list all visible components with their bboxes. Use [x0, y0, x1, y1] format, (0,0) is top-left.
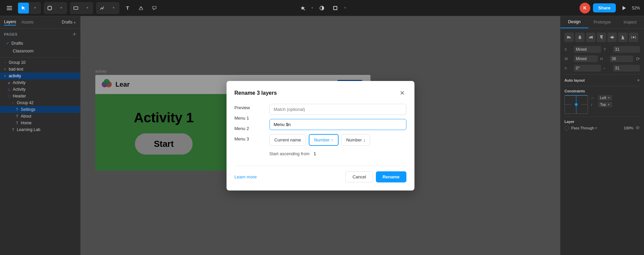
constraint-props: ↔ Left ▼ ↕ Top ▼	[591, 95, 640, 107]
rect-tool-chevron[interactable]: ▼	[82, 3, 93, 13]
align-center-h-button[interactable]	[575, 33, 585, 42]
pages-title: Pages	[4, 32, 17, 36]
layer-group42[interactable]: ⬚ Group 42	[0, 99, 80, 106]
h-value[interactable]: 36	[610, 55, 634, 62]
distribute-h-button[interactable]	[629, 33, 638, 42]
layer-name-learning-lab: Learning Lab	[17, 127, 40, 132]
pen-tool-group: ▼	[96, 2, 119, 14]
play-button[interactable]	[618, 3, 629, 13]
tab-prototype[interactable]: Prototype	[588, 16, 616, 28]
dialog-close-button[interactable]: ✕	[398, 89, 406, 97]
tab-inspect[interactable]: Inspect	[616, 16, 644, 28]
ascending-row: Start ascending from 1	[269, 151, 406, 156]
constraint-h-value[interactable]: Left ▼	[598, 95, 612, 100]
layer-settings[interactable]: T Settings	[0, 106, 80, 113]
constraint-dot	[575, 103, 578, 106]
pen-tool-button[interactable]	[97, 3, 107, 13]
align-center-v-button[interactable]	[607, 33, 617, 42]
rotation-label: ↻	[564, 67, 571, 70]
svg-rect-25	[568, 38, 571, 38]
number-asc-button[interactable]: Number ↑	[309, 134, 339, 146]
tab-layers[interactable]: Layers	[4, 19, 16, 26]
dialog-controls: Current name Number ↑ Number ↓ Star	[269, 104, 406, 163]
text-tool-button[interactable]: T	[122, 3, 133, 13]
auto-layout-header: Auto layout +	[564, 77, 640, 83]
align-row	[564, 33, 640, 42]
ascending-value: 1	[313, 151, 316, 156]
layers-button[interactable]	[330, 3, 341, 13]
align-bottom-button[interactable]	[618, 33, 628, 42]
w-value[interactable]: Mixed	[574, 55, 598, 62]
hand-tool-button[interactable]	[136, 3, 146, 13]
comment-tool-button[interactable]	[149, 3, 160, 13]
select-tool-chevron[interactable]: ▼	[30, 3, 40, 13]
rename-options: Current name Number ↑ Number ↓	[269, 134, 406, 146]
page-item-classroom[interactable]: Classroom	[4, 47, 76, 55]
layer-home[interactable]: T Home	[0, 120, 80, 126]
align-top-button[interactable]	[597, 33, 606, 42]
blend-mode-value[interactable]: Pass Through ▼	[571, 126, 622, 130]
tab-assets[interactable]: Assets	[21, 19, 34, 26]
rename-button[interactable]: Rename	[376, 171, 406, 182]
svg-rect-38	[622, 39, 624, 40]
svg-rect-24	[568, 37, 570, 37]
svg-rect-42	[635, 36, 636, 39]
constraint-v-value[interactable]: Top ▼	[598, 102, 612, 107]
align-left-button[interactable]	[564, 33, 574, 42]
page-item-drafts[interactable]: ✓ Drafts	[4, 39, 76, 47]
frame-tool-button[interactable]	[44, 3, 55, 13]
layer-activity-comp1[interactable]: ◈ Activity	[0, 79, 80, 86]
layer-menu2: Menu 2	[235, 125, 261, 132]
learn-more-button[interactable]: Learn more	[235, 174, 257, 179]
svg-rect-23	[567, 36, 568, 39]
match-input[interactable]	[269, 104, 406, 115]
drafts-button[interactable]: Drafts ▲	[62, 20, 76, 25]
pen-tool-chevron[interactable]: ▼	[108, 3, 119, 13]
add-page-button[interactable]: +	[72, 31, 76, 37]
number-desc-button[interactable]: Number ↓	[341, 134, 370, 146]
layer-bad-text[interactable]: # bad-text	[0, 66, 80, 73]
menu-button[interactable]	[4, 3, 15, 13]
select-tool-button[interactable]	[18, 3, 29, 13]
rename-input[interactable]	[269, 119, 406, 130]
frame-tool-chevron[interactable]: ▼	[56, 3, 66, 13]
layer-activity-comp2[interactable]: ◇ Activity	[0, 86, 80, 93]
tab-design[interactable]: Design	[560, 16, 588, 28]
x-value[interactable]: Mixed	[574, 46, 601, 53]
right-panel-content: X Mixed Y 31 W Mixed H 36 ⟳ ↻ 0° ⌐ 31	[560, 29, 644, 255]
share-button[interactable]: Share	[593, 3, 616, 12]
toolbar-right: K Share 52%	[580, 3, 640, 13]
layer-name-bad-text: bad-text	[9, 67, 23, 72]
svg-rect-1	[7, 8, 12, 8]
cancel-button[interactable]: Cancel	[345, 171, 373, 182]
add-auto-layout-button[interactable]: +	[637, 77, 640, 83]
visibility-toggle[interactable]	[635, 126, 640, 130]
svg-rect-18	[334, 7, 337, 9]
align-right-button[interactable]	[586, 33, 595, 42]
contrast-button[interactable]	[317, 3, 328, 13]
w-label: W	[564, 57, 571, 61]
check-icon: ✓	[6, 41, 9, 46]
svg-rect-35	[610, 37, 614, 38]
layer-group10[interactable]: ··· Group 10	[0, 59, 80, 66]
layer-about[interactable]: T About	[0, 113, 80, 120]
constraint-h-row: ↔ Left ▼	[591, 95, 640, 100]
layer-activity[interactable]: # activity	[0, 73, 80, 79]
layer-learning-lab[interactable]: T Learning Lab	[0, 126, 80, 133]
layer-name-header: Header	[13, 94, 26, 98]
rect-tool-button[interactable]	[70, 3, 81, 13]
dialog-header: Rename 3 layers ✕	[235, 89, 406, 97]
constraint-top-bar	[565, 95, 588, 96]
canvas-area[interactable]: activity Lear About Settings	[81, 16, 560, 255]
constrain-proportions-button[interactable]: ⟳	[636, 56, 640, 61]
fill-icon-button[interactable]	[297, 3, 308, 13]
layer-header[interactable]: ⬚ Header	[0, 93, 80, 99]
panel-tabs: Layers Assets Drafts ▲	[0, 16, 80, 29]
y-value[interactable]: 31	[613, 46, 640, 53]
rotation-value[interactable]: 0°	[574, 65, 601, 72]
current-name-button[interactable]: Current name	[269, 134, 306, 146]
layers-section: ··· Group 10 # bad-text # activity ◈ Act…	[0, 58, 80, 255]
corner-value[interactable]: 31	[613, 65, 640, 72]
page-name-classroom: Classroom	[13, 48, 34, 53]
layer-menu1: Menu 1	[235, 114, 261, 122]
